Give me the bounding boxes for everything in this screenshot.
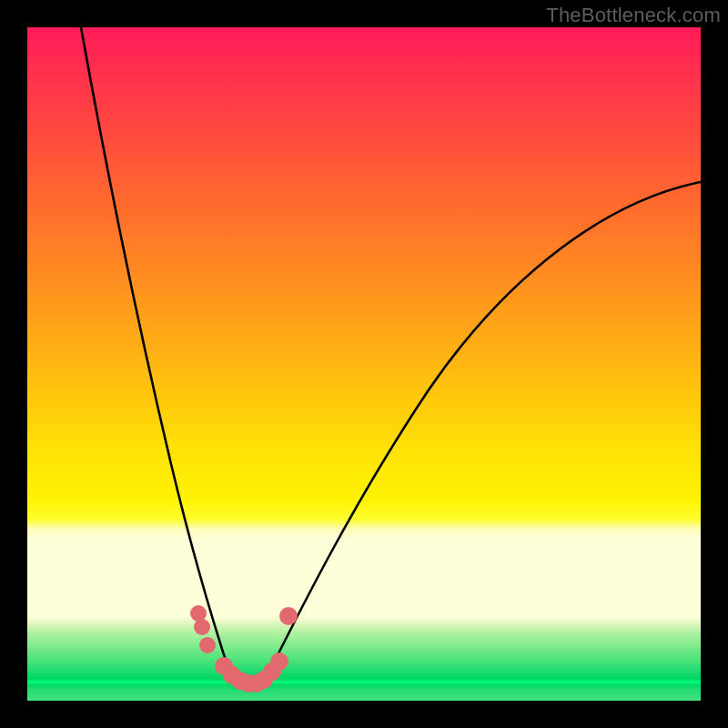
chart-svg	[27, 27, 701, 701]
svg-point-2	[199, 637, 216, 653]
markers-valley-blob	[215, 652, 288, 693]
svg-point-11	[270, 652, 288, 671]
watermark-text: TheBottleneck.com	[546, 4, 721, 27]
svg-point-3	[279, 607, 298, 625]
svg-point-1	[194, 619, 210, 635]
plot-area	[27, 27, 701, 701]
chart-frame: TheBottleneck.com	[0, 0, 728, 728]
markers-right-wall	[279, 607, 298, 625]
curve-left-branch	[81, 27, 229, 672]
curve-right-branch	[269, 182, 701, 672]
